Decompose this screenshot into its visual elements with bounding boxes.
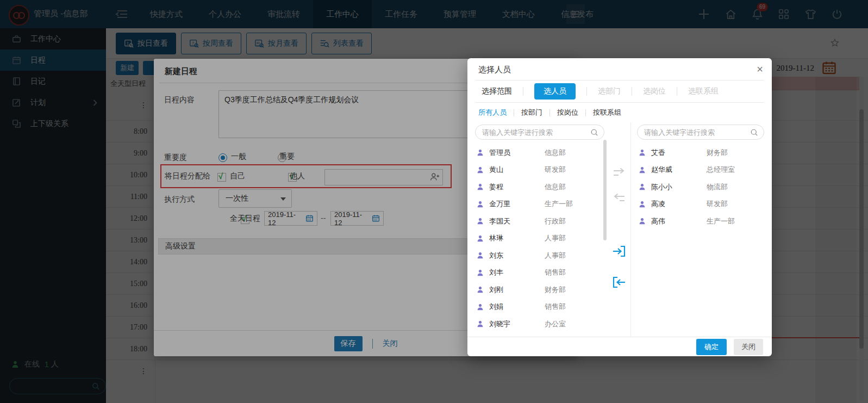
person-icon: [476, 269, 484, 277]
search-icon: [750, 128, 758, 137]
search-icon: [590, 128, 598, 137]
confirm-button[interactable]: 确定: [696, 339, 727, 355]
picker-tabs: 选择范围 选人员 选部门 选岗位 选联系组: [478, 80, 764, 102]
tab-select-scope[interactable]: 选择范围: [478, 86, 515, 96]
divider: [549, 109, 550, 116]
available-search[interactable]: [475, 125, 604, 140]
dialog-footer: 确定 关闭: [467, 337, 772, 356]
person-row[interactable]: 姜程信息部: [475, 178, 604, 196]
tab-select-person[interactable]: 选人员: [534, 83, 576, 100]
person-icon: [476, 217, 484, 225]
move-right-icon[interactable]: [612, 167, 627, 180]
available-search-input[interactable]: [481, 128, 590, 137]
selected-search[interactable]: [637, 125, 764, 140]
tab-select-department[interactable]: 选部门: [595, 86, 624, 96]
person-row[interactable]: 刘丰销售部: [475, 264, 604, 282]
divider: [677, 87, 677, 96]
selected-search-input[interactable]: [643, 128, 750, 137]
person-row[interactable]: 李国天行政部: [475, 213, 604, 230]
tab-select-position[interactable]: 选岗位: [640, 86, 669, 96]
person-row[interactable]: 林琳人事部: [475, 230, 604, 247]
person-picker-dialog: 选择人员 × 选择范围 选人员 选部门 选岗位 选联系组 所有人员 按部门 按岗…: [467, 58, 772, 356]
person-row[interactable]: 刘刚财务部: [475, 281, 604, 299]
person-row[interactable]: 刘东人事部: [475, 247, 604, 264]
close-button[interactable]: 关闭: [734, 339, 763, 355]
person-icon: [638, 200, 646, 208]
person-row[interactable]: 金万里生产一部: [475, 196, 604, 213]
subtab-by-department[interactable]: 按部门: [521, 108, 542, 117]
move-all-right-icon[interactable]: [612, 244, 627, 257]
move-left-icon[interactable]: [612, 193, 627, 206]
dialog-title: 选择人员: [478, 65, 511, 75]
person-icon: [476, 303, 484, 311]
person-icon: [476, 234, 484, 243]
panel-divider: [630, 122, 631, 337]
person-icon: [476, 200, 484, 208]
person-icon: [476, 166, 484, 174]
divider: [632, 87, 632, 96]
person-row[interactable]: 黄山研发部: [475, 162, 604, 179]
available-list-scrollbar[interactable]: [603, 140, 607, 334]
available-panel: 管理员信息部 黄山研发部 姜程信息部 金万里生产一部 李国天行政部 林琳人事部 …: [475, 125, 604, 336]
person-icon: [476, 320, 484, 328]
divider: [585, 109, 586, 116]
person-row[interactable]: 高凌研发部: [637, 196, 764, 213]
divider: [523, 87, 523, 96]
selected-panel: 艾香财务部 赵华威总经理室 陈小小物流部 高凌研发部 高伟生产一部: [637, 125, 764, 230]
person-icon: [638, 217, 646, 225]
move-all-left-icon[interactable]: [612, 275, 627, 288]
subtab-all-people[interactable]: 所有人员: [478, 108, 507, 117]
person-row[interactable]: 艾香财务部: [637, 144, 764, 162]
person-row[interactable]: 高伟生产一部: [637, 213, 764, 230]
available-list: 管理员信息部 黄山研发部 姜程信息部 金万里生产一部 李国天行政部 林琳人事部 …: [475, 144, 604, 336]
person-icon: [476, 251, 484, 259]
divider: [514, 109, 514, 116]
close-icon[interactable]: ×: [757, 63, 763, 76]
person-row[interactable]: 陈小小物流部: [637, 178, 764, 196]
person-icon: [638, 148, 646, 157]
person-icon: [476, 183, 484, 191]
picker-subtabs: 所有人员 按部门 按岗位 按联系组: [478, 103, 621, 122]
person-icon: [476, 286, 484, 294]
divider: [586, 87, 587, 96]
subtab-by-position[interactable]: 按岗位: [557, 108, 578, 117]
person-row[interactable]: 管理员信息部: [475, 144, 604, 162]
person-icon: [638, 183, 646, 191]
tab-select-contact-group[interactable]: 选联系组: [685, 86, 722, 96]
person-row[interactable]: 赵华威总经理室: [637, 162, 764, 179]
person-icon: [476, 148, 484, 157]
person-icon: [638, 166, 646, 174]
subtab-by-contact-group[interactable]: 按联系组: [593, 108, 621, 117]
person-row[interactable]: 刘晓宇办公室: [475, 315, 604, 333]
selected-list: 艾香财务部 赵华威总经理室 陈小小物流部 高凌研发部 高伟生产一部: [637, 144, 764, 230]
person-row[interactable]: 刘娟销售部: [475, 299, 604, 316]
